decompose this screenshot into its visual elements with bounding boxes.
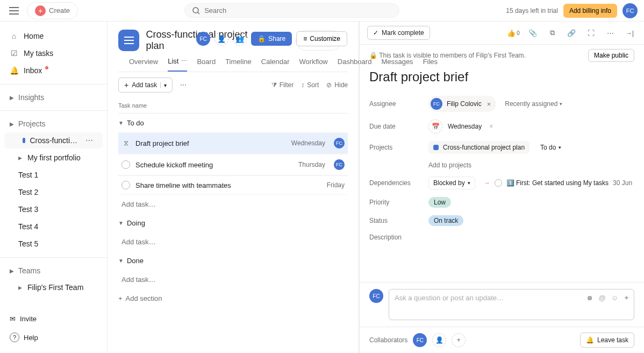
- mark-complete-button[interactable]: ✓Mark complete: [367, 26, 430, 40]
- make-public-button[interactable]: Make public: [588, 49, 634, 62]
- sidebar-portfolio[interactable]: ▸My first portfolio: [0, 150, 107, 166]
- add-member-icon[interactable]: 👤: [214, 32, 228, 46]
- trial-text: 15 days left in trial: [506, 7, 558, 15]
- plus-icon: +: [35, 5, 46, 16]
- sidebar-test1[interactable]: Test 1: [0, 167, 107, 183]
- leave-task-button[interactable]: 🔔Leave task: [580, 333, 634, 348]
- task-row[interactable]: ⧖Draft project briefWednesdayFC: [118, 132, 348, 154]
- customize-button[interactable]: ≡Customize: [296, 31, 347, 46]
- dep-check-icon: [495, 179, 502, 187]
- task-due: Friday: [302, 181, 345, 189]
- bell-icon: 🔔: [10, 66, 18, 75]
- add-task-inline[interactable]: Add task…: [118, 195, 348, 214]
- share-button[interactable]: 🔒Share: [251, 32, 292, 46]
- filter-button[interactable]: ⧩Filter: [271, 81, 294, 89]
- billing-button[interactable]: Add billing info: [563, 4, 617, 18]
- tab-calendar[interactable]: Calendar: [261, 57, 290, 72]
- bell-off-icon: 🔔: [586, 336, 594, 344]
- task-checkbox[interactable]: [121, 181, 130, 189]
- task-checkbox[interactable]: [121, 160, 130, 169]
- sidebar-inbox[interactable]: 🔔Inbox: [0, 62, 107, 79]
- tab-timeline[interactable]: Timeline: [225, 57, 252, 72]
- subtask-icon[interactable]: ⧉: [545, 26, 559, 40]
- add-to-projects[interactable]: Add to projects: [428, 161, 471, 169]
- close-icon[interactable]: →|: [622, 26, 636, 40]
- collaborators-label: Collaborators: [369, 336, 407, 344]
- lock-icon: 🔒: [257, 35, 266, 43]
- help-button[interactable]: ?Help: [0, 328, 107, 347]
- project-stage-select[interactable]: To do▾: [540, 144, 561, 151]
- task-assignee: FC: [334, 138, 345, 149]
- recently-assigned[interactable]: Recently assigned▾: [505, 100, 562, 108]
- add-task-inline[interactable]: Add task…: [118, 270, 348, 289]
- add-section-button[interactable]: +Add section: [118, 289, 348, 308]
- filter-icon: ⧩: [271, 81, 277, 89]
- invite-button[interactable]: ✉Invite: [0, 310, 107, 327]
- sidebar-mytasks[interactable]: ☑My tasks: [0, 45, 107, 61]
- task-title[interactable]: Draft project brief: [360, 66, 644, 92]
- emoji-icon[interactable]: ☺: [611, 294, 618, 302]
- tab-list[interactable]: List⋯: [168, 57, 187, 72]
- sidebar-home[interactable]: ⌂Home: [0, 28, 107, 44]
- add-member-icon-2[interactable]: 👥: [233, 32, 247, 46]
- section-to-do[interactable]: ▼To do: [118, 114, 348, 132]
- tab-board[interactable]: Board: [197, 57, 216, 72]
- comment-input[interactable]: Ask a question or post an update… ⏺ @ ☺ …: [389, 289, 634, 320]
- teams-expand[interactable]: ▶Teams: [0, 263, 107, 278]
- create-button[interactable]: + Create: [27, 2, 78, 19]
- sidebar-team[interactable]: ▸Filip's First Team: [0, 279, 107, 295]
- sidebar-project-active[interactable]: Cross-functional project plan⋯: [4, 132, 103, 149]
- assignee-pill[interactable]: FC Filip Colovic ×: [428, 96, 496, 112]
- project-tabs: OverviewList⋯BoardTimelineCalendarWorkfl…: [118, 52, 348, 72]
- header-avatar[interactable]: FC: [196, 32, 210, 46]
- add-task-inline[interactable]: Add task…: [118, 232, 348, 251]
- due-value[interactable]: Wednesday: [448, 123, 482, 130]
- link-icon[interactable]: 🔗: [564, 26, 578, 40]
- record-icon[interactable]: ⏺: [586, 294, 593, 302]
- fullscreen-icon[interactable]: ⛶: [584, 26, 598, 40]
- hamburger-icon[interactable]: [6, 3, 22, 18]
- sidebar-test3[interactable]: Test 3: [0, 201, 107, 217]
- hourglass-icon: ⧖: [121, 139, 130, 147]
- dependency-task[interactable]: → 1️⃣ First: Get started using My tasks …: [484, 179, 632, 187]
- clear-due-icon[interactable]: ×: [489, 123, 493, 130]
- mention-icon[interactable]: @: [599, 294, 606, 302]
- assignee-label: Assignee: [369, 100, 423, 108]
- priority-chip[interactable]: Low: [428, 197, 451, 208]
- star-react-icon[interactable]: ✦: [624, 294, 629, 302]
- task-name: Draft project brief: [135, 139, 277, 147]
- dependency-type-select[interactable]: Blocked by▾: [428, 176, 475, 189]
- svg-point-0: [193, 8, 198, 13]
- attachment-icon[interactable]: 📎: [526, 26, 540, 40]
- sidebar-test5[interactable]: Test 5: [0, 236, 107, 252]
- project-chip[interactable]: Cross-functional project plan: [428, 141, 529, 154]
- projects-expand[interactable]: ▶Projects: [0, 116, 107, 131]
- section-done[interactable]: ▼Done: [118, 251, 348, 270]
- calendar-icon[interactable]: 📅: [428, 119, 442, 133]
- user-avatar[interactable]: FC: [622, 3, 638, 18]
- add-collab-plus[interactable]: +: [452, 333, 466, 347]
- description-label: Description: [369, 234, 423, 241]
- sort-button[interactable]: ↕Sort: [301, 81, 319, 89]
- add-task-button[interactable]: +Add task▾: [118, 77, 173, 93]
- sidebar-test2[interactable]: Test 2: [0, 184, 107, 200]
- add-collab-button[interactable]: 👤: [432, 333, 446, 347]
- more-actions-icon[interactable]: ⋯: [180, 81, 187, 89]
- sort-icon: ↕: [301, 81, 304, 89]
- search-input[interactable]: [184, 3, 399, 18]
- task-row[interactable]: Share timeline with teammatesFriday: [118, 175, 348, 195]
- collab-avatar[interactable]: FC: [413, 333, 427, 347]
- hide-button[interactable]: ⊘Hide: [326, 81, 348, 89]
- like-button[interactable]: 👍0: [506, 26, 520, 40]
- status-chip-detail[interactable]: On track: [428, 215, 463, 226]
- remove-assignee-icon[interactable]: ×: [487, 100, 491, 108]
- tab-overview[interactable]: Overview: [129, 57, 158, 72]
- section-doing[interactable]: ▼Doing: [118, 214, 348, 232]
- task-row[interactable]: Schedule kickoff meetingThursdayFC: [118, 154, 348, 175]
- search-icon: [192, 7, 200, 15]
- tab-workflow[interactable]: Workflow: [299, 57, 328, 72]
- sidebar-test4[interactable]: Test 4: [0, 218, 107, 235]
- insights-expand[interactable]: ▶Insights: [0, 90, 107, 105]
- priority-label: Priority: [369, 199, 423, 206]
- more-icon[interactable]: ⋯: [603, 26, 617, 40]
